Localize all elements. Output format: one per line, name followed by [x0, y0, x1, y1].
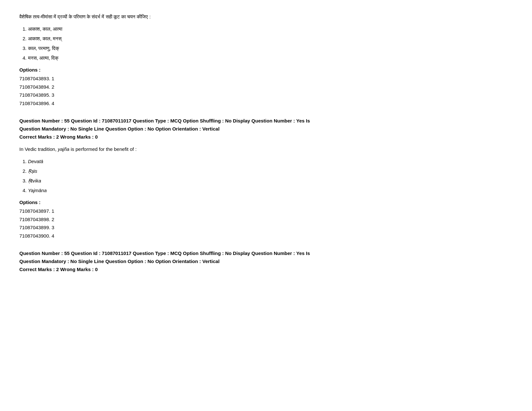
meta-line-2: Question Mandatory : No Single Line Ques…: [19, 125, 513, 133]
section-hindi-question: वैशेषिक तत्व-मीमांसा में द्रव्यों के परि…: [19, 13, 513, 107]
choices-list-1: 1. आकाश, काल, आत्मा 2. आकाश, काल, मनस् 3…: [23, 25, 513, 62]
meta-line-3b: Correct Marks : 2 Wrong Marks : 0: [19, 266, 513, 274]
option-id-item: 71087043895. 3: [19, 91, 513, 99]
meta-line-1: Question Number : 55 Question Id : 71087…: [19, 117, 513, 125]
question-meta-block-2: Question Number : 55 Question Id : 71087…: [19, 250, 513, 273]
option-ids-list-2: 71087043897. 1 71087043898. 2 7108704389…: [19, 207, 513, 240]
question-meta-block-1: Question Number : 55 Question Id : 71087…: [19, 117, 513, 141]
question-text-q55: In Vedic tradition, yajña is performed f…: [19, 145, 513, 153]
section-q55-first: Question Number : 55 Question Id : 71087…: [19, 117, 513, 240]
option-id-item: 71087043896. 4: [19, 99, 513, 108]
choice-item: 3. काल, परमाणु, दिक्: [23, 44, 513, 52]
option-id-item: 71087043897. 1: [19, 207, 513, 215]
choice-item: 4. Yajmāna: [23, 187, 513, 194]
options-label-2: Options :: [19, 200, 513, 205]
meta-line-3: Correct Marks : 2 Wrong Marks : 0: [19, 133, 513, 141]
option-id-item: 71087043900. 4: [19, 232, 513, 240]
section-q55-second: Question Number : 55 Question Id : 71087…: [19, 250, 513, 273]
option-ids-list-1: 71087043893. 1 71087043894. 2 7108704389…: [19, 74, 513, 107]
options-label-1: Options :: [19, 67, 513, 73]
choice-item: 4. मनस, आत्मा, दिक्: [23, 54, 513, 62]
choices-list-2: 1. Devatā 2. Ṛṣis 3. Ṛtvika 4. Yajmāna: [23, 158, 513, 194]
option-id-item: 71087043894. 2: [19, 83, 513, 91]
choice-item: 2. Ṛṣis: [23, 167, 513, 175]
question-text-hindi: वैशेषिक तत्व-मीमांसा में द्रव्यों के परि…: [19, 13, 513, 21]
meta-line-2b: Question Mandatory : No Single Line Ques…: [19, 258, 513, 266]
option-id-item: 71087043898. 2: [19, 215, 513, 224]
option-id-item: 71087043893. 1: [19, 74, 513, 83]
choice-item: 3. Ṛtvika: [23, 177, 513, 185]
meta-line-1b: Question Number : 55 Question Id : 71087…: [19, 250, 513, 258]
option-id-item: 71087043899. 3: [19, 223, 513, 232]
choice-item: 2. आकाश, काल, मनस्: [23, 35, 513, 43]
choice-item: 1. आकाश, काल, आत्मा: [23, 25, 513, 33]
choice-item: 1. Devatā: [23, 158, 513, 165]
